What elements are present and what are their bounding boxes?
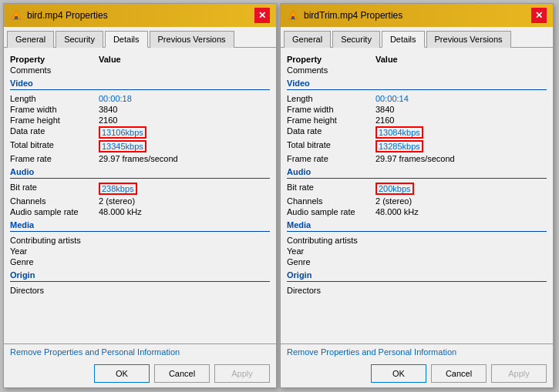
contributing-artists-label-2: Contributing artists [281, 235, 369, 246]
bit-rate-label-2: Bit rate [281, 182, 369, 196]
length-value-1: 00:00:18 [93, 93, 276, 104]
audio-table-2: Bit rate 200kbps Channels 2 (stereo) Aud… [281, 182, 553, 217]
audio-sample-rate-row-1: Audio sample rate 48.000 kHz [4, 206, 276, 217]
apply-button-1[interactable]: Apply [214, 364, 270, 383]
bottom-area-2: Remove Properties and Personal Informati… [281, 343, 553, 387]
buttons-1: OK Cancel Apply [4, 360, 276, 387]
scroll-area-2[interactable]: Property Value Comments Video Length 00:… [281, 48, 553, 343]
tab-previous-versions-2[interactable]: Previous Versions [426, 31, 511, 48]
cancel-button-1[interactable]: Cancel [154, 364, 210, 383]
total-bitrate-row-1: Total bitrate 13345kbps [4, 139, 276, 153]
contributing-artists-value-2 [369, 235, 553, 246]
dialog-birdtrim-mp4: birdTrim.mp4 Properties ✕ General Securi… [280, 3, 554, 388]
media-section-line-2 [287, 231, 547, 232]
remove-link-area-1: Remove Properties and Personal Informati… [4, 344, 276, 360]
origin-table-1: Directors [4, 285, 276, 296]
directors-label-1: Directors [4, 285, 93, 296]
frame-width-value-2: 3840 [369, 104, 553, 115]
audio-sample-rate-label-1: Audio sample rate [4, 206, 93, 217]
ok-button-1[interactable]: OK [94, 364, 150, 383]
total-bitrate-value-1: 13345kbps [93, 139, 276, 153]
svg-rect-1 [15, 16, 18, 18]
contributing-artists-row-1: Contributing artists [4, 235, 276, 246]
tab-details-1[interactable]: Details [105, 31, 148, 48]
directors-label-2: Directors [281, 285, 369, 296]
genre-value-1 [93, 256, 276, 267]
ok-button-2[interactable]: OK [371, 364, 426, 383]
total-bitrate-label-2: Total bitrate [281, 139, 369, 153]
directors-row-2: Directors [281, 285, 553, 296]
audio-sample-rate-label-2: Audio sample rate [281, 206, 369, 217]
year-row-2: Year [281, 246, 553, 256]
comments-row-1: Comments [4, 65, 276, 75]
frame-height-label-2: Frame height [281, 115, 369, 126]
genre-row-1: Genre [4, 256, 276, 267]
genre-row-2: Genre [281, 256, 553, 267]
length-row-2: Length 00:00:14 [281, 93, 553, 104]
title-bar-left-1: bird.mp4 Properties [10, 9, 108, 22]
bottom-area-1: Remove Properties and Personal Informati… [4, 343, 276, 387]
frame-rate-row-1: Frame rate 29.97 frames/second [4, 153, 276, 164]
remove-link-1[interactable]: Remove Properties and Personal Informati… [10, 347, 180, 357]
tab-general-1[interactable]: General [7, 31, 54, 48]
video-table-1: Length 00:00:18 Frame width 3840 Frame h… [4, 93, 276, 164]
scroll-area-1[interactable]: Property Value Comments Video Length 00:… [4, 48, 276, 343]
remove-link-2[interactable]: Remove Properties and Personal Informati… [287, 347, 456, 357]
tabs-2: General Security Details Previous Versio… [281, 27, 553, 48]
origin-section-header-2: Origin [281, 267, 553, 281]
data-rate-value-1: 13106kbps [93, 126, 276, 139]
total-bitrate-label-1: Total bitrate [4, 139, 93, 153]
data-rate-value-2: 13084kbps [369, 126, 553, 139]
audio-section-header-1: Audio [4, 164, 276, 178]
content-1: Property Value Comments Video Length 00:… [4, 48, 276, 343]
header-row-2: Property Value [281, 54, 553, 65]
frame-rate-label-2: Frame rate [281, 153, 369, 164]
frame-height-row-1: Frame height 2160 [4, 115, 276, 126]
header-row-1: Property Value [4, 54, 276, 65]
audio-section-header-2: Audio [281, 164, 553, 178]
contributing-artists-row-2: Contributing artists [281, 235, 553, 246]
data-rate-highlight-2: 13084kbps [375, 126, 423, 139]
dialog-title-1: bird.mp4 Properties [27, 10, 108, 21]
cancel-button-2[interactable]: Cancel [431, 364, 487, 383]
directors-value-2 [369, 285, 553, 296]
properties-table-1: Property Value Comments [4, 54, 276, 75]
value-col-header-1: Value [93, 54, 276, 65]
audio-sample-rate-row-2: Audio sample rate 48.000 kHz [281, 206, 553, 217]
genre-value-2 [369, 256, 553, 267]
frame-width-label-1: Frame width [4, 104, 93, 115]
svg-rect-4 [291, 16, 295, 18]
frame-height-value-1: 2160 [93, 115, 276, 126]
title-bar-2: birdTrim.mp4 Properties ✕ [281, 4, 553, 27]
tab-security-1[interactable]: Security [56, 31, 103, 48]
close-button-1[interactable]: ✕ [254, 8, 270, 23]
video-section-header-2: Video [281, 75, 553, 89]
data-rate-row-2: Data rate 13084kbps [281, 126, 553, 139]
comments-label-1: Comments [4, 65, 93, 75]
svg-rect-5 [291, 18, 295, 19]
frame-width-row-1: Frame width 3840 [4, 104, 276, 115]
tab-previous-versions-1[interactable]: Previous Versions [150, 31, 234, 48]
buttons-2: OK Cancel Apply [281, 360, 553, 387]
svg-rect-2 [14, 18, 19, 19]
genre-label-2: Genre [281, 256, 369, 267]
title-bar-1: bird.mp4 Properties ✕ [4, 4, 276, 27]
year-value-2 [369, 246, 553, 256]
audio-section-line-2 [287, 178, 547, 179]
tab-general-2[interactable]: General [284, 31, 331, 48]
properties-table-2: Property Value Comments [281, 54, 553, 75]
data-rate-label-2: Data rate [281, 126, 369, 139]
media-section-header-2: Media [281, 217, 553, 231]
content-2: Property Value Comments Video Length 00:… [281, 48, 553, 343]
data-rate-highlight-1: 13106kbps [99, 126, 146, 139]
bit-rate-label-1: Bit rate [4, 182, 93, 196]
tab-details-2[interactable]: Details [382, 31, 425, 48]
apply-button-2[interactable]: Apply [491, 364, 547, 383]
frame-width-row-2: Frame width 3840 [281, 104, 553, 115]
frame-width-label-2: Frame width [281, 104, 369, 115]
close-button-2[interactable]: ✕ [531, 8, 547, 23]
dialog-bird-mp4: bird.mp4 Properties ✕ General Security D… [3, 3, 277, 388]
tab-security-2[interactable]: Security [332, 31, 380, 48]
frame-height-row-2: Frame height 2160 [281, 115, 553, 126]
property-col-header-1: Property [4, 54, 93, 65]
